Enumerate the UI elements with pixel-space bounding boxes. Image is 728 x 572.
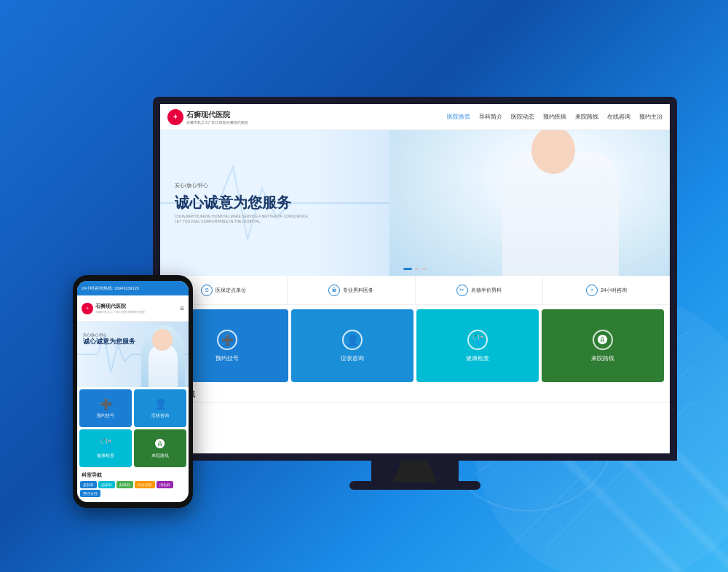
dept-nav-title: 科室导航 — [160, 386, 670, 403]
nav-item-consult[interactable]: 在线咨询 — [607, 113, 630, 121]
dept-tag-urology[interactable]: 泌尿科 — [98, 481, 115, 488]
feature-professional: 🏛 专业男科医务 — [288, 276, 415, 304]
nav-item-home[interactable]: 医院首页 — [447, 113, 470, 121]
dept-tag-andrology[interactable]: 男性女性 — [80, 490, 100, 497]
site-hero: 安心/放心/舒心 诚心诚意为您服务 CHUAJIARYOUFENG HOSPIT… — [160, 130, 670, 276]
phone-header: + 石狮现代医院 石狮市私立工厂职工医院石狮现代医院 ≡ — [77, 295, 189, 322]
phone-hero-text: 安心/放心/舒心 诚心诚意为您服务 — [83, 333, 135, 346]
hero-doctor-area — [389, 130, 670, 276]
phone-doctor-img — [141, 325, 185, 387]
phone-logo-sub: 石狮市私立工厂职工医院石狮现代医院 — [95, 310, 145, 314]
logo-icon: + — [167, 109, 183, 125]
professional-icon: 🏛 — [328, 285, 340, 296]
logo-cross: + — [173, 113, 178, 121]
consult-icon: 👤 — [342, 330, 363, 350]
nav-item-book[interactable]: 预约主治 — [639, 113, 662, 121]
phone-logo-icon: + — [82, 303, 93, 314]
phone-dept-tags: 皮肤科 泌尿科 妇科科 内分泌科 消化科 男性女性 — [77, 481, 189, 497]
phone-action-checkup[interactable]: 🩺 健康检查 — [79, 429, 132, 467]
phone-top-bar: 24小时咨询热线: 16940239120 — [77, 281, 189, 295]
hero-dot-3[interactable] — [422, 268, 427, 270]
feature-discount-text: 名德半价男科 — [471, 287, 502, 294]
phone-screen: 24小时咨询热线: 16940239120 + 石狮现代医院 石狮市私立工厂职工… — [77, 281, 189, 502]
appointment-icon: ➕ — [217, 330, 237, 350]
phone-action-grid: ➕ 预约挂号 👤 症状咨询 🩺 健康检查 🅐 来院路线 — [77, 387, 189, 469]
feature-insurance-text: 医保定点单位 — [215, 287, 246, 294]
phone-dept-nav-title: 科室导航 — [77, 469, 189, 481]
nav-item-route[interactable]: 来院路线 — [575, 113, 598, 121]
phone-appointment-icon: ➕ — [100, 398, 112, 410]
phone-consult-label: 症状咨询 — [151, 413, 169, 419]
monitor-screen: + 石狮现代医院 石狮市私立工厂职工医院石狮现代医院 医院首页 导科简介 医院动… — [153, 97, 677, 461]
site-header: + 石狮现代医院 石狮市私立工厂职工医院石狮现代医院 医院首页 导科简介 医院动… — [160, 104, 670, 130]
nav-item-dept[interactable]: 导科简介 — [479, 113, 502, 121]
features-bar: S 医保定点单位 🏛 专业男科医务 ✂ 名德半价男科 + 24小时咨询 — [160, 276, 670, 305]
phone-action-consult[interactable]: 👤 症状咨询 — [134, 389, 186, 427]
phone-hero: 安心/放心/舒心 诚心诚意为您服务 — [77, 322, 189, 387]
phone-logo: + 石狮现代医院 石狮市私立工厂职工医院石狮现代医院 — [82, 303, 145, 314]
phone-checkup-label: 健康检查 — [97, 453, 114, 459]
phone-hotline: 24小时咨询热线: 16940239120 — [82, 286, 139, 291]
logo-text-cn: 石狮现代医院 — [186, 110, 248, 120]
phone-route-label: 来院路线 — [151, 453, 169, 459]
action-grid: ➕ 预约挂号 👤 症状咨询 🩺 健康检查 🅐 来院路线 — [166, 309, 664, 382]
hero-subtitle: 安心/放心/舒心 — [175, 182, 308, 189]
phone-route-icon: 🅐 — [155, 438, 165, 450]
route-label: 来院路线 — [591, 354, 614, 362]
doctor-body — [488, 130, 633, 276]
hero-dot-1[interactable] — [403, 268, 412, 270]
site-nav: 医院首页 导科简介 医院动态 预约疾病 来院路线 在线咨询 预约主治 — [447, 113, 662, 121]
hero-dot-2[interactable] — [415, 268, 419, 270]
24h-icon: + — [586, 285, 598, 296]
hero-text-area: 安心/放心/舒心 诚心诚意为您服务 CHUAJIARYOUFENG HOSPIT… — [160, 167, 323, 239]
phone-doctor-head — [152, 329, 173, 351]
nav-item-disease[interactable]: 预约疾病 — [543, 113, 566, 121]
action-consult[interactable]: 👤 症状咨询 — [291, 309, 414, 382]
phone-menu-icon[interactable]: ≡ — [180, 304, 184, 312]
discount-icon: ✂ — [456, 285, 468, 296]
insurance-icon: S — [201, 285, 213, 296]
site-logo: + 石狮现代医院 石狮市私立工厂职工医院石狮现代医院 — [167, 109, 248, 125]
phone-action-appointment[interactable]: ➕ 预约挂号 — [79, 389, 132, 427]
checkup-icon: 🩺 — [467, 330, 488, 350]
route-icon: 🅐 — [593, 330, 613, 350]
feature-professional-text: 专业男科医务 — [343, 287, 373, 294]
dept-tag-gynecology[interactable]: 妇科科 — [116, 481, 133, 488]
nav-item-news[interactable]: 医院动态 — [511, 113, 534, 121]
doctor-figure — [389, 130, 670, 276]
phone-checkup-icon: 🩺 — [100, 438, 112, 450]
phone-logo-name: 石狮现代医院 — [95, 303, 145, 310]
logo-text-sub: 石狮市私立工厂职工医院石狮现代医院 — [186, 120, 248, 124]
action-route[interactable]: 🅐 来院路线 — [542, 309, 664, 382]
appointment-label: 预约挂号 — [215, 354, 239, 362]
hero-en-text: CHUAJIARYOUFENG HOSPITAL MAKE SERVICE A … — [175, 214, 308, 225]
scene: + 石狮现代医院 石狮市私立工厂职工医院石狮现代医院 医院首页 导科简介 医院动… — [36, 24, 692, 548]
checkup-label: 健康检查 — [466, 354, 489, 362]
mobile-phone: 24小时咨询热线: 16940239120 + 石狮现代医院 石狮市私立工厂职工… — [73, 275, 193, 508]
dept-tag-skin[interactable]: 皮肤科 — [80, 481, 97, 488]
hero-title: 诚心诚意为您服务 — [175, 194, 308, 211]
phone-action-route[interactable]: 🅐 来院路线 — [134, 429, 186, 467]
feature-discount: ✂ 名德半价男科 — [416, 276, 543, 304]
dept-tag-endocrine[interactable]: 内分泌科 — [135, 481, 155, 488]
monitor-stand — [371, 461, 459, 482]
desktop-monitor: + 石狮现代医院 石狮市私立工厂职工医院石狮现代医院 医院首页 导科简介 医院动… — [153, 97, 677, 504]
feature-24h: + 24小时咨询 — [543, 276, 670, 304]
dept-tag-digestive[interactable]: 消化科 — [157, 481, 173, 488]
action-checkup[interactable]: 🩺 健康检查 — [416, 309, 539, 382]
consult-label: 症状咨询 — [341, 354, 364, 362]
phone-appointment-label: 预约挂号 — [97, 413, 114, 419]
phone-consult-icon: 👤 — [154, 398, 167, 410]
phone-hero-title: 诚心诚意为您服务 — [83, 337, 135, 346]
hero-indicator — [403, 268, 427, 270]
feature-24h-text: 24小时咨询 — [601, 287, 627, 294]
